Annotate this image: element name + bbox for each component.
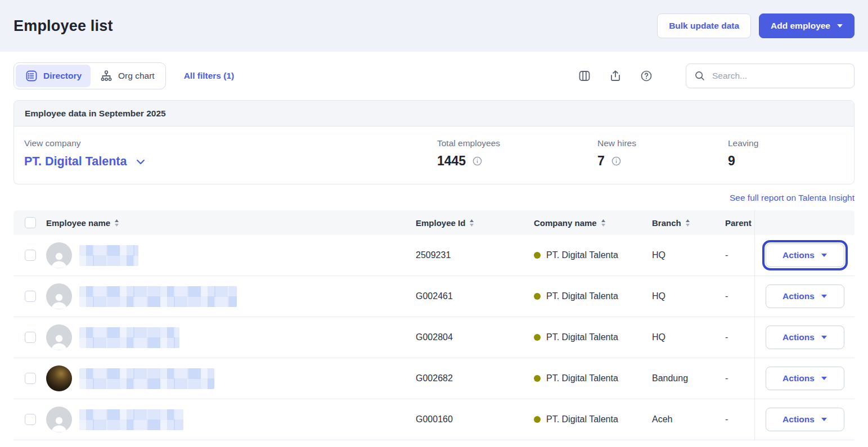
redacted-employee-name bbox=[79, 327, 179, 348]
tab-org-chart-label: Org chart bbox=[118, 71, 155, 81]
actions-cell: Actions bbox=[754, 317, 854, 358]
export-icon[interactable] bbox=[609, 69, 622, 83]
stat-value: 9 bbox=[728, 153, 735, 169]
toolbar-icons bbox=[578, 64, 854, 88]
columns-icon[interactable] bbox=[578, 69, 591, 83]
company-name-text: PT. Digital Talenta bbox=[546, 414, 618, 425]
parent-cell: - bbox=[721, 291, 754, 301]
stat-label: New hires bbox=[597, 138, 728, 148]
employee-name-cell[interactable] bbox=[41, 242, 411, 268]
directory-list-icon bbox=[25, 69, 38, 83]
actions-cell: Actions bbox=[754, 235, 854, 276]
redacted-employee-name bbox=[79, 286, 237, 307]
employee-name-cell[interactable] bbox=[41, 365, 411, 391]
avatar bbox=[46, 407, 72, 432]
actions-button[interactable]: Actions bbox=[766, 285, 844, 308]
company-selector[interactable]: PT. Digital Talenta bbox=[24, 155, 437, 169]
column-header-branch[interactable]: Branch bbox=[647, 218, 721, 228]
tab-directory[interactable]: Directory bbox=[16, 65, 91, 87]
table-row: G002804 PT. Digital Talenta HQ - Actions bbox=[14, 317, 854, 358]
company-name-text: PT. Digital Talenta bbox=[546, 332, 618, 342]
actions-cell: Actions bbox=[754, 358, 854, 399]
summary-card: Employee data in September 2025 View com… bbox=[14, 100, 854, 184]
all-filters-link[interactable]: All filters (1) bbox=[184, 71, 235, 81]
company-status-dot bbox=[534, 334, 541, 341]
column-header-parent[interactable]: Parent bbox=[721, 218, 754, 228]
company-name-text: PT. Digital Talenta bbox=[546, 373, 618, 383]
employee-name-cell[interactable] bbox=[41, 283, 411, 309]
stat-leaving: Leaving 9 bbox=[728, 138, 844, 169]
sort-icon[interactable] bbox=[685, 219, 690, 227]
actions-button[interactable]: Actions bbox=[766, 408, 844, 431]
person-icon bbox=[50, 414, 69, 432]
search-input[interactable] bbox=[712, 71, 847, 81]
stat-value: 1445 bbox=[437, 153, 466, 169]
actions-button-label: Actions bbox=[782, 373, 815, 383]
bulk-update-button[interactable]: Bulk update data bbox=[657, 13, 751, 38]
company-status-dot bbox=[534, 375, 541, 382]
sort-icon[interactable] bbox=[601, 219, 606, 227]
actions-button-label: Actions bbox=[782, 291, 815, 301]
page-header: Employee list Bulk update data Add emplo… bbox=[0, 0, 868, 52]
chevron-down-icon bbox=[135, 156, 146, 168]
sort-icon[interactable] bbox=[114, 219, 119, 227]
row-checkbox[interactable] bbox=[25, 414, 36, 425]
actions-button[interactable]: Actions bbox=[766, 367, 844, 390]
company-name-cell: PT. Digital Talenta bbox=[529, 250, 647, 260]
row-checkbox[interactable] bbox=[25, 250, 36, 261]
sort-icon[interactable] bbox=[469, 219, 474, 227]
avatar bbox=[46, 324, 72, 350]
company-status-dot bbox=[534, 416, 541, 423]
actions-button[interactable]: Actions bbox=[766, 326, 844, 349]
employee-table: Employee name Employee Id Company name B… bbox=[14, 210, 854, 440]
column-header-employee-name[interactable]: Employee name bbox=[41, 218, 411, 228]
search-icon bbox=[694, 70, 706, 82]
avatar bbox=[46, 242, 72, 268]
employee-id-cell: G002804 bbox=[411, 332, 529, 342]
redacted-employee-name bbox=[79, 245, 138, 266]
view-toggle-group: Directory Org chart bbox=[14, 62, 166, 89]
company-status-dot bbox=[534, 293, 541, 300]
employee-id-cell: 2509231 bbox=[411, 250, 529, 260]
row-checkbox[interactable] bbox=[25, 291, 36, 302]
help-icon[interactable] bbox=[640, 69, 653, 83]
employee-id-cell: G000160 bbox=[411, 414, 529, 425]
tab-directory-label: Directory bbox=[43, 71, 82, 81]
actions-button-label: Actions bbox=[782, 414, 815, 425]
add-employee-label: Add employee bbox=[771, 21, 830, 31]
stat-label: Total employees bbox=[437, 138, 597, 148]
column-header-company-name[interactable]: Company name bbox=[529, 218, 647, 228]
employee-name-cell[interactable] bbox=[41, 407, 411, 432]
table-body: 2509231 PT. Digital Talenta HQ - Actions bbox=[14, 235, 854, 440]
branch-cell: Bandung bbox=[647, 373, 721, 383]
parent-cell: - bbox=[721, 414, 754, 425]
tab-org-chart[interactable]: Org chart bbox=[91, 65, 164, 87]
employee-name-cell[interactable] bbox=[41, 324, 411, 350]
select-all-checkbox[interactable] bbox=[25, 217, 36, 228]
org-chart-icon bbox=[100, 69, 113, 83]
row-checkbox[interactable] bbox=[25, 373, 36, 384]
branch-cell: HQ bbox=[647, 332, 721, 342]
search-box bbox=[686, 64, 854, 88]
chevron-down-icon bbox=[821, 254, 827, 260]
table-header-row: Employee name Employee Id Company name B… bbox=[14, 210, 854, 235]
person-icon bbox=[50, 250, 69, 268]
avatar bbox=[46, 283, 72, 309]
row-checkbox[interactable] bbox=[25, 332, 36, 343]
column-header-employee-id[interactable]: Employee Id bbox=[411, 218, 529, 228]
talenta-insight-link[interactable]: See full report on Talenta Insight bbox=[730, 193, 854, 202]
actions-button-label: Actions bbox=[782, 250, 815, 260]
info-icon[interactable] bbox=[472, 156, 483, 166]
company-status-dot bbox=[534, 252, 541, 259]
add-employee-button[interactable]: Add employee bbox=[759, 13, 854, 38]
table-row: G002682 PT. Digital Talenta Bandung - Ac… bbox=[14, 358, 854, 399]
info-icon[interactable] bbox=[611, 156, 622, 166]
stat-value: 7 bbox=[597, 153, 605, 169]
actions-button-label: Actions bbox=[782, 332, 815, 342]
summary-card-body: View company PT. Digital Talenta Total e… bbox=[14, 127, 854, 184]
actions-button[interactable]: Actions bbox=[766, 243, 844, 267]
company-name-cell: PT. Digital Talenta bbox=[529, 373, 647, 383]
view-company-label: View company bbox=[24, 138, 437, 148]
company-name-text: PT. Digital Talenta bbox=[546, 291, 618, 301]
branch-cell: HQ bbox=[647, 250, 721, 260]
